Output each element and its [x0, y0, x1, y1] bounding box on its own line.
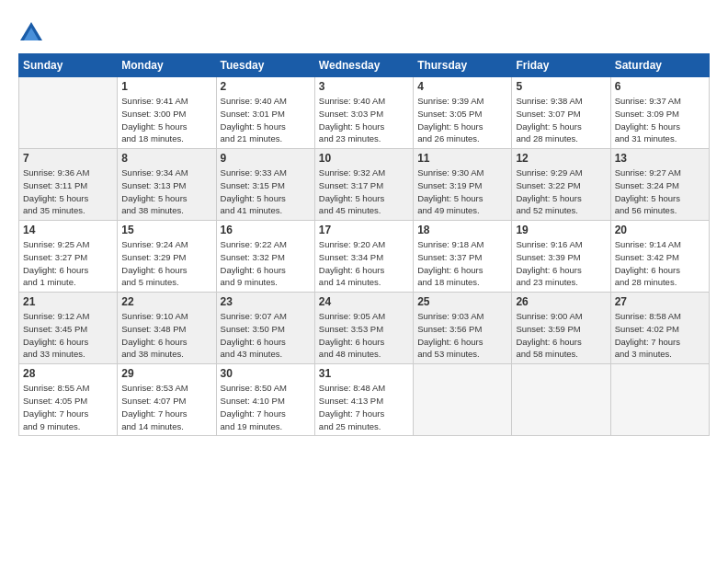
day-number: 17: [319, 224, 409, 236]
day-info: Sunrise: 9:20 AMSunset: 3:34 PMDaylight:…: [319, 238, 409, 289]
day-number: 11: [417, 152, 507, 165]
day-number: 21: [23, 295, 113, 308]
calendar-day-cell: 7Sunrise: 9:36 AMSunset: 3:11 PMDaylight…: [19, 149, 118, 221]
calendar-header-row: SundayMondayTuesdayWednesdayThursdayFrid…: [19, 54, 710, 77]
day-info: Sunrise: 9:24 AMSunset: 3:29 PMDaylight:…: [121, 238, 211, 289]
day-number: 13: [615, 152, 705, 165]
calendar-week-row: 21Sunrise: 9:12 AMSunset: 3:45 PMDayligh…: [19, 293, 710, 364]
calendar-day-cell: 18Sunrise: 9:18 AMSunset: 3:37 PMDayligh…: [414, 221, 512, 293]
page: SundayMondayTuesdayWednesdayThursdayFrid…: [0, 0, 728, 445]
calendar-day-cell: 8Sunrise: 9:34 AMSunset: 3:13 PMDaylight…: [118, 149, 216, 221]
day-number: 3: [319, 80, 409, 93]
day-number: 15: [121, 224, 211, 236]
calendar-header-tuesday: Tuesday: [216, 54, 314, 77]
calendar-week-row: 7Sunrise: 9:36 AMSunset: 3:11 PMDaylight…: [19, 149, 710, 221]
day-number: 9: [221, 152, 311, 165]
calendar-table: SundayMondayTuesdayWednesdayThursdayFrid…: [18, 53, 710, 436]
day-info: Sunrise: 9:03 AMSunset: 3:56 PMDaylight:…: [417, 310, 507, 361]
calendar-week-row: 28Sunrise: 8:55 AMSunset: 4:05 PMDayligh…: [19, 364, 710, 436]
day-info: Sunrise: 9:16 AMSunset: 3:39 PMDaylight:…: [516, 238, 606, 289]
day-number: 6: [615, 80, 705, 93]
calendar-day-cell: 4Sunrise: 9:39 AMSunset: 3:05 PMDaylight…: [414, 77, 512, 149]
day-info: Sunrise: 9:22 AMSunset: 3:32 PMDaylight:…: [221, 238, 311, 289]
calendar-day-cell: 19Sunrise: 9:16 AMSunset: 3:39 PMDayligh…: [512, 221, 610, 293]
day-info: Sunrise: 9:14 AMSunset: 3:42 PMDaylight:…: [615, 238, 705, 289]
day-number: 8: [121, 152, 211, 165]
calendar-day-cell: [610, 364, 709, 436]
calendar-day-cell: 9Sunrise: 9:33 AMSunset: 3:15 PMDaylight…: [216, 149, 314, 221]
day-info: Sunrise: 9:25 AMSunset: 3:27 PMDaylight:…: [23, 238, 113, 289]
day-info: Sunrise: 9:40 AMSunset: 3:01 PMDaylight:…: [221, 95, 311, 145]
calendar-day-cell: 22Sunrise: 9:10 AMSunset: 3:48 PMDayligh…: [118, 293, 216, 364]
day-number: 28: [23, 367, 113, 380]
calendar-header-monday: Monday: [118, 54, 216, 77]
day-info: Sunrise: 9:05 AMSunset: 3:53 PMDaylight:…: [319, 310, 409, 361]
day-number: 23: [221, 295, 311, 308]
day-number: 14: [23, 224, 113, 236]
calendar-week-row: 1Sunrise: 9:41 AMSunset: 3:00 PMDaylight…: [19, 77, 710, 149]
calendar-header-thursday: Thursday: [414, 54, 512, 77]
day-info: Sunrise: 9:33 AMSunset: 3:15 PMDaylight:…: [221, 167, 311, 217]
calendar-day-cell: 11Sunrise: 9:30 AMSunset: 3:19 PMDayligh…: [414, 149, 512, 221]
day-number: 10: [319, 152, 409, 165]
calendar-day-cell: 3Sunrise: 9:40 AMSunset: 3:03 PMDaylight…: [314, 77, 413, 149]
calendar-day-cell: [19, 77, 118, 149]
day-info: Sunrise: 9:32 AMSunset: 3:17 PMDaylight:…: [319, 167, 409, 217]
calendar-day-cell: 13Sunrise: 9:27 AMSunset: 3:24 PMDayligh…: [610, 149, 709, 221]
day-info: Sunrise: 9:27 AMSunset: 3:24 PMDaylight:…: [615, 167, 705, 217]
calendar-day-cell: 16Sunrise: 9:22 AMSunset: 3:32 PMDayligh…: [216, 221, 314, 293]
calendar-day-cell: 23Sunrise: 9:07 AMSunset: 3:50 PMDayligh…: [216, 293, 314, 364]
calendar-header-friday: Friday: [512, 54, 610, 77]
calendar-day-cell: 10Sunrise: 9:32 AMSunset: 3:17 PMDayligh…: [314, 149, 413, 221]
day-info: Sunrise: 8:55 AMSunset: 4:05 PMDaylight:…: [23, 382, 113, 432]
calendar-day-cell: 31Sunrise: 8:48 AMSunset: 4:13 PMDayligh…: [314, 364, 413, 436]
day-number: 7: [23, 152, 113, 165]
day-info: Sunrise: 9:40 AMSunset: 3:03 PMDaylight:…: [319, 95, 409, 145]
calendar-day-cell: 15Sunrise: 9:24 AMSunset: 3:29 PMDayligh…: [118, 221, 216, 293]
calendar-day-cell: 24Sunrise: 9:05 AMSunset: 3:53 PMDayligh…: [314, 293, 413, 364]
day-info: Sunrise: 9:30 AMSunset: 3:19 PMDaylight:…: [417, 167, 507, 217]
calendar-day-cell: 26Sunrise: 9:00 AMSunset: 3:59 PMDayligh…: [512, 293, 610, 364]
day-number: 22: [121, 295, 211, 308]
calendar-day-cell: [414, 364, 512, 436]
day-number: 5: [516, 80, 606, 93]
day-number: 4: [417, 80, 507, 93]
day-number: 30: [221, 367, 311, 380]
calendar-day-cell: 20Sunrise: 9:14 AMSunset: 3:42 PMDayligh…: [610, 221, 709, 293]
calendar-week-row: 14Sunrise: 9:25 AMSunset: 3:27 PMDayligh…: [19, 221, 710, 293]
day-info: Sunrise: 9:39 AMSunset: 3:05 PMDaylight:…: [417, 95, 507, 145]
day-number: 26: [516, 295, 606, 308]
calendar-day-cell: 21Sunrise: 9:12 AMSunset: 3:45 PMDayligh…: [19, 293, 118, 364]
calendar-day-cell: 30Sunrise: 8:50 AMSunset: 4:10 PMDayligh…: [216, 364, 314, 436]
header-area: [18, 17, 710, 46]
calendar-day-cell: 27Sunrise: 8:58 AMSunset: 4:02 PMDayligh…: [610, 293, 709, 364]
day-info: Sunrise: 9:00 AMSunset: 3:59 PMDaylight:…: [516, 310, 606, 361]
calendar-day-cell: 5Sunrise: 9:38 AMSunset: 3:07 PMDaylight…: [512, 77, 610, 149]
day-info: Sunrise: 9:37 AMSunset: 3:09 PMDaylight:…: [615, 95, 705, 145]
day-info: Sunrise: 9:36 AMSunset: 3:11 PMDaylight:…: [23, 167, 113, 217]
day-info: Sunrise: 9:12 AMSunset: 3:45 PMDaylight:…: [23, 310, 113, 361]
day-number: 19: [516, 224, 606, 236]
calendar-day-cell: [512, 364, 610, 436]
logo: [18, 20, 48, 46]
day-number: 20: [615, 224, 705, 236]
day-number: 27: [615, 295, 705, 308]
calendar-day-cell: 6Sunrise: 9:37 AMSunset: 3:09 PMDaylight…: [610, 77, 709, 149]
day-number: 25: [417, 295, 507, 308]
day-number: 24: [319, 295, 409, 308]
calendar-day-cell: 12Sunrise: 9:29 AMSunset: 3:22 PMDayligh…: [512, 149, 610, 221]
calendar-header-sunday: Sunday: [19, 54, 118, 77]
day-number: 12: [516, 152, 606, 165]
calendar-day-cell: 2Sunrise: 9:40 AMSunset: 3:01 PMDaylight…: [216, 77, 314, 149]
calendar-header-saturday: Saturday: [610, 54, 709, 77]
day-info: Sunrise: 8:53 AMSunset: 4:07 PMDaylight:…: [121, 382, 211, 432]
day-number: 1: [121, 80, 211, 93]
day-number: 2: [221, 80, 311, 93]
day-number: 16: [221, 224, 311, 236]
day-info: Sunrise: 9:41 AMSunset: 3:00 PMDaylight:…: [121, 95, 211, 145]
day-info: Sunrise: 9:07 AMSunset: 3:50 PMDaylight:…: [221, 310, 311, 361]
day-info: Sunrise: 8:58 AMSunset: 4:02 PMDaylight:…: [615, 310, 705, 361]
day-info: Sunrise: 9:29 AMSunset: 3:22 PMDaylight:…: [516, 167, 606, 217]
calendar-day-cell: 29Sunrise: 8:53 AMSunset: 4:07 PMDayligh…: [118, 364, 216, 436]
calendar-day-cell: 17Sunrise: 9:20 AMSunset: 3:34 PMDayligh…: [314, 221, 413, 293]
